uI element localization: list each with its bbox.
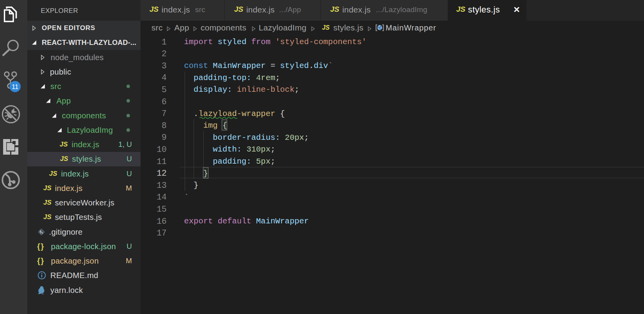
svg-text:11: 11 [12,83,18,90]
